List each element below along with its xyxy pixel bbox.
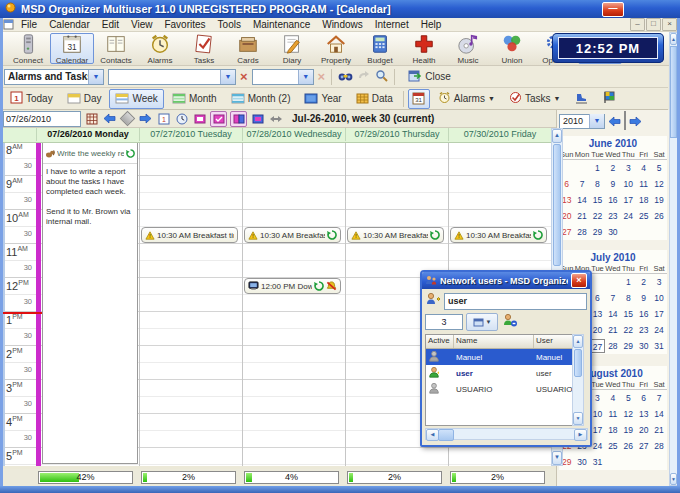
day-cell[interactable]: 14: [574, 192, 589, 208]
menu-item-help[interactable]: Help: [415, 18, 448, 31]
day-cell[interactable]: 2: [636, 274, 651, 290]
day-cell[interactable]: 18: [605, 422, 620, 438]
day-cell[interactable]: 13: [636, 406, 651, 422]
day-cell[interactable]: 14: [605, 306, 620, 322]
binoculars-icon[interactable]: [338, 68, 353, 86]
current-week-button[interactable]: [120, 112, 135, 126]
view-button-month[interactable]: Month: [166, 89, 223, 109]
day-cell[interactable]: 13: [590, 306, 605, 322]
day-cell[interactable]: 23: [636, 322, 651, 338]
scroll-right-icon[interactable]: ▶: [574, 429, 587, 441]
previous-week-button[interactable]: [102, 112, 117, 126]
day-cell[interactable]: 7: [574, 176, 589, 192]
show-notes-toggle-icon[interactable]: [250, 112, 265, 126]
date-input[interactable]: [3, 111, 81, 127]
filter-combo-1-arrow-icon[interactable]: ▼: [220, 70, 235, 84]
filter-combo-1[interactable]: ▼: [108, 69, 236, 85]
menu-item-windows[interactable]: Windows: [316, 18, 369, 31]
menu-item-internet[interactable]: Internet: [369, 18, 415, 31]
day-cell[interactable]: 2: [605, 160, 620, 176]
day-cell[interactable]: 30: [636, 338, 651, 354]
toolbar-button-budget[interactable]: Budget: [358, 33, 402, 64]
day-cell[interactable]: 21: [574, 208, 589, 224]
child-close-button[interactable]: ×: [662, 18, 677, 31]
clear-filter-2-icon[interactable]: ×: [318, 70, 326, 83]
view-button-data[interactable]: Data: [350, 89, 399, 109]
day-cell[interactable]: 31: [590, 454, 605, 470]
show-events-toggle-icon[interactable]: [230, 111, 247, 127]
category-combo[interactable]: Alarms and Tasks ▼: [4, 69, 104, 85]
day-cell[interactable]: 31: [651, 338, 666, 354]
day-cell[interactable]: 16: [605, 192, 620, 208]
day-cell[interactable]: 1: [590, 160, 605, 176]
scroll-down-icon[interactable]: ▼: [670, 473, 677, 485]
day-cell[interactable]: 27: [636, 438, 651, 454]
open-calendar-button[interactable]: [84, 112, 99, 126]
menu-item-tools[interactable]: Tools: [212, 18, 247, 31]
event-download[interactable]: 12:00 PM Downlo...: [244, 278, 341, 294]
day-cell[interactable]: 28: [574, 224, 589, 240]
find-next-icon[interactable]: [357, 68, 371, 86]
year-combo-arrow-icon[interactable]: ▼: [589, 114, 604, 128]
day-cell[interactable]: 9: [636, 290, 651, 306]
scroll-up-icon[interactable]: ▲: [573, 335, 583, 348]
menu-item-calendar[interactable]: Calendar: [43, 18, 96, 31]
day-cell[interactable]: 21: [605, 322, 620, 338]
scrollbar-thumb[interactable]: [553, 144, 561, 266]
next-week-button[interactable]: [138, 112, 153, 126]
day-cell[interactable]: 25: [636, 208, 651, 224]
user-name-input[interactable]: [444, 293, 587, 310]
day-cell[interactable]: 22: [590, 208, 605, 224]
day-cell[interactable]: 4: [636, 160, 651, 176]
day-cell[interactable]: 18: [636, 192, 651, 208]
previous-month-button[interactable]: [608, 116, 621, 127]
user-row-user[interactable]: useruser: [426, 365, 574, 381]
scroll-down-icon[interactable]: ▼: [573, 412, 583, 425]
tasks-dropdown-button[interactable]: Tasks ▼: [503, 89, 567, 109]
show-tasks-toggle-icon[interactable]: [210, 111, 227, 127]
day-cell[interactable]: 10: [590, 406, 605, 422]
day-cell[interactable]: 26: [651, 208, 666, 224]
day-cell[interactable]: 22: [621, 322, 636, 338]
menu-item-maintenance[interactable]: Maintenance: [247, 18, 316, 31]
user-row-usuario[interactable]: USUARIOUSUARIO: [426, 381, 574, 397]
event-breakfast-4[interactable]: !10:30 AM Breakfast ...: [450, 227, 547, 243]
toolbar-button-contacts[interactable]: Contacts: [94, 33, 138, 64]
day-cell[interactable]: 19: [651, 192, 666, 208]
dialog-close-button[interactable]: ×: [571, 273, 587, 288]
day-cell[interactable]: 6: [590, 290, 605, 306]
day-cell[interactable]: 16: [636, 306, 651, 322]
filter-combo-2-arrow-icon[interactable]: ▼: [298, 70, 313, 84]
menu-item-file[interactable]: File: [15, 18, 43, 31]
time-scale-button[interactable]: [174, 112, 189, 126]
day-cell[interactable]: 3: [590, 390, 605, 406]
toolbar-button-connect[interactable]: Connect: [6, 33, 50, 64]
sport-activity-button[interactable]: [568, 89, 595, 109]
day-cell[interactable]: 20: [590, 322, 605, 338]
filter-combo-2[interactable]: ▼: [252, 69, 314, 85]
day-cell[interactable]: 26: [621, 438, 636, 454]
menu-item-edit[interactable]: Edit: [96, 18, 125, 31]
event-breakfast-1[interactable]: !10:30 AM Breakfast time: [141, 227, 238, 243]
day-cell[interactable]: 11: [636, 176, 651, 192]
scrollbar-thumb[interactable]: [438, 429, 454, 441]
photo-flag-button[interactable]: [597, 89, 622, 109]
scrollbar-thumb[interactable]: [574, 349, 582, 377]
show-alarms-toggle-icon[interactable]: [192, 112, 207, 126]
day-cell[interactable]: 5: [651, 160, 666, 176]
scrollbar-thumb[interactable]: [670, 46, 677, 138]
day-cell[interactable]: 1: [621, 274, 636, 290]
day-cell[interactable]: 12: [651, 176, 666, 192]
toolbar-button-health[interactable]: Health: [402, 33, 446, 64]
day-cell[interactable]: 10: [651, 290, 666, 306]
toolbar-button-property[interactable]: Property: [314, 33, 358, 64]
child-minimize-button[interactable]: –: [630, 18, 645, 31]
one-day-view-button[interactable]: 1: [156, 112, 171, 126]
event-breakfast-2[interactable]: !10:30 AM Breakfast ...: [244, 227, 341, 243]
user-row-manuel[interactable]: ManuelManuel: [426, 349, 574, 365]
day-cell[interactable]: 12: [621, 406, 636, 422]
users-table-hscrollbar[interactable]: ◀ ▶: [425, 428, 588, 440]
search-icon[interactable]: [375, 68, 388, 86]
clear-filter-1-icon[interactable]: ×: [240, 70, 248, 83]
day-cell[interactable]: 24: [651, 322, 666, 338]
